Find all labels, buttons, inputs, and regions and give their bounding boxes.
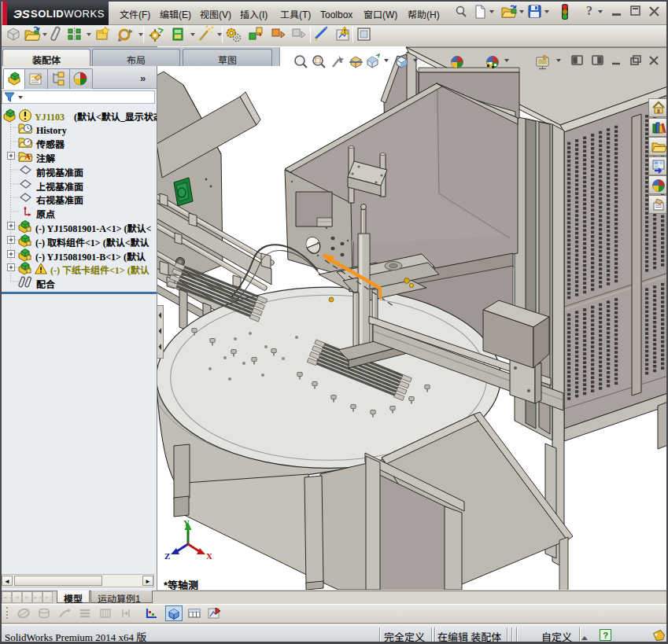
svg-text:Y: Y bbox=[183, 518, 190, 528]
svg-text:ЭS: ЭS bbox=[13, 7, 30, 20]
svg-text:Z: Z bbox=[164, 551, 170, 561]
svg-text:SOLIDWORKS: SOLIDWORKS bbox=[31, 8, 105, 20]
svg-text:X: X bbox=[206, 551, 212, 561]
svg-text:A: A bbox=[24, 152, 31, 161]
svg-text:!: ! bbox=[344, 28, 346, 35]
